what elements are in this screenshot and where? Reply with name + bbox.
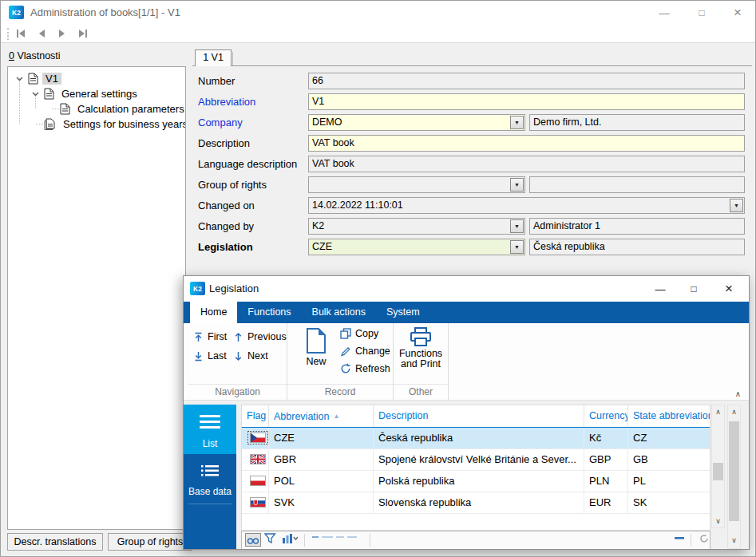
abbreviation-label: Abbreviation xyxy=(198,93,255,110)
chevron-down-icon[interactable] xyxy=(16,77,23,81)
previous-record-button[interactable] xyxy=(33,27,50,41)
dropdown-button[interactable]: ▼ xyxy=(730,199,743,212)
arrow-up-icon xyxy=(233,332,243,342)
document-icon xyxy=(28,73,38,85)
table-row-svk[interactable]: SVK Slovenská republika EUR SK xyxy=(242,492,710,514)
table-scrollbar[interactable]: ∧ ∨ xyxy=(711,405,725,528)
sidebar-item-list[interactable]: List xyxy=(184,405,236,454)
tab-functions[interactable]: Functions xyxy=(237,302,301,323)
scroll-up-icon[interactable]: ∧ xyxy=(728,405,740,418)
previous-button[interactable]: Previous xyxy=(233,331,287,342)
company-name-field[interactable]: Demo firm, Ltd. xyxy=(529,114,745,131)
flag-slovakia-icon xyxy=(248,496,267,508)
maximize-button[interactable]: □ xyxy=(682,280,706,298)
filter-icon[interactable] xyxy=(264,533,276,543)
legislation-combo[interactable]: CZE ▼ xyxy=(308,239,525,255)
document-icon xyxy=(60,103,70,115)
tree-item-settings-business-years[interactable]: Settings for business years xyxy=(44,117,186,132)
last-record-button[interactable] xyxy=(74,27,92,41)
last-button[interactable]: Last xyxy=(193,350,227,361)
chevron-down-icon[interactable] xyxy=(32,92,39,97)
next-button[interactable]: Next xyxy=(233,350,268,361)
number-label: Number xyxy=(198,73,235,89)
dropdown-button[interactable]: ▼ xyxy=(510,178,524,192)
scroll-up-icon[interactable]: ∧ xyxy=(712,405,724,418)
column-header-currency[interactable]: Currency xyxy=(584,405,628,427)
minimize-button[interactable]: — xyxy=(648,280,672,298)
new-document-icon xyxy=(306,328,327,354)
legislation-dialog: K2 Legislation — □ × Home Functions Bulk… xyxy=(183,275,750,550)
new-button[interactable]: New xyxy=(299,328,334,367)
abbreviation-field[interactable]: V1 xyxy=(308,93,745,110)
ribbon-tab-bar: Home Functions Bulk actions System xyxy=(184,302,749,323)
legislation-name-field[interactable]: Česká republika xyxy=(529,239,745,255)
collapse-ribbon-icon[interactable]: ∧ xyxy=(735,389,741,398)
tree-item-calculation-parameters[interactable]: Calculation parameters xyxy=(60,101,186,117)
tab-system[interactable]: System xyxy=(376,302,430,323)
change-button[interactable]: Change xyxy=(340,346,390,357)
column-header-description[interactable]: Description xyxy=(374,405,584,427)
first-button[interactable]: First xyxy=(193,331,227,342)
next-record-icon xyxy=(57,27,68,41)
minimize-button[interactable]: — xyxy=(652,4,676,22)
sidebar-item-base-data[interactable]: Base data xyxy=(184,454,236,504)
column-header-abbreviation[interactable]: Abbreviation▲ xyxy=(269,405,374,427)
description-label: Description xyxy=(198,135,250,152)
arrow-up-bar-icon xyxy=(193,332,204,342)
close-button[interactable]: × xyxy=(717,280,741,298)
functions-and-print-button[interactable]: Functionsand Print xyxy=(396,327,445,369)
column-header-flag[interactable]: Flag xyxy=(242,405,269,427)
company-label: Company xyxy=(198,114,243,131)
ribbon-group-navigation: First Previous Last Next Navigation xyxy=(188,323,287,400)
refresh-button[interactable]: Refresh xyxy=(340,363,390,374)
view-scrollbar[interactable]: ∧ ∨ xyxy=(727,405,741,549)
first-record-button[interactable] xyxy=(12,27,30,41)
dropdown-button[interactable]: ▼ xyxy=(510,219,524,233)
changed-on-combo[interactable]: 14.02.2022 11:10:01 ▼ xyxy=(308,197,745,214)
scroll-down-icon[interactable]: ∨ xyxy=(728,534,740,547)
chart-icon[interactable] xyxy=(282,533,298,543)
tree-item-v1[interactable]: V1 xyxy=(16,71,61,86)
main-window-title: Administration of books[1/1] - V1 xyxy=(30,1,180,25)
changed-by-name-field[interactable]: Administrator 1 xyxy=(529,218,745,235)
table-header: Flag Abbreviation▲ Description Currency … xyxy=(242,405,710,428)
group-of-rights-combo[interactable]: ▼ xyxy=(308,176,525,193)
table-row-pol[interactable]: POL Polská republika PLN PL xyxy=(242,471,710,492)
tab-home[interactable]: Home xyxy=(190,302,237,323)
settings-text-icon[interactable] xyxy=(312,533,360,543)
tree-item-general-settings[interactable]: General settings xyxy=(32,86,141,101)
scroll-down-icon[interactable]: ∨ xyxy=(712,515,724,527)
group-label-navigation: Navigation xyxy=(188,384,287,400)
language-description-field[interactable]: VAT book xyxy=(308,156,745,172)
next-record-button[interactable] xyxy=(53,27,71,41)
column-header-state-abbreviation[interactable]: State abbreviation xyxy=(628,405,710,427)
number-field[interactable]: 66 xyxy=(308,73,745,89)
company-combo[interactable]: DEMO ▼ xyxy=(308,114,525,131)
table-row-gbr[interactable]: GBR Spojené království Velké Británie a … xyxy=(242,449,710,471)
maximize-button[interactable]: □ xyxy=(690,4,714,22)
dropdown-button[interactable]: ▼ xyxy=(510,240,524,254)
scrollbar-thumb[interactable] xyxy=(713,463,723,480)
pencil-icon xyxy=(340,346,351,357)
description-field[interactable]: VAT book xyxy=(308,135,745,152)
tab-bulk-actions[interactable]: Bulk actions xyxy=(302,302,376,323)
dropdown-button[interactable]: ▼ xyxy=(510,116,524,129)
changed-by-combo[interactable]: K2 ▼ xyxy=(308,218,525,235)
binoculars-icon[interactable] xyxy=(245,533,261,547)
base-data-icon xyxy=(201,464,219,479)
tab-descr-translations[interactable]: Descr. translations xyxy=(7,533,103,551)
list-view-icon xyxy=(200,415,220,431)
changed-on-label: Changed on xyxy=(198,197,255,214)
ribbon-group-other: Functionsand Print Other xyxy=(394,323,449,400)
close-button[interactable]: × xyxy=(726,4,750,22)
toolbar-grip[interactable] xyxy=(7,28,9,40)
copy-button[interactable]: Copy xyxy=(340,328,378,339)
group-of-rights-name-field[interactable] xyxy=(529,176,745,193)
refresh-small-icon[interactable] xyxy=(699,533,710,543)
language-description-label: Language description xyxy=(198,156,297,172)
minus-icon[interactable] xyxy=(673,533,686,543)
tab-group-of-rights[interactable]: Group of rights xyxy=(108,533,192,551)
table-row-cze[interactable]: CZE Česká republika Kč CZ xyxy=(242,428,710,449)
scrollbar-thumb[interactable] xyxy=(729,421,739,521)
record-tab[interactable]: 1 V1 xyxy=(195,49,232,66)
